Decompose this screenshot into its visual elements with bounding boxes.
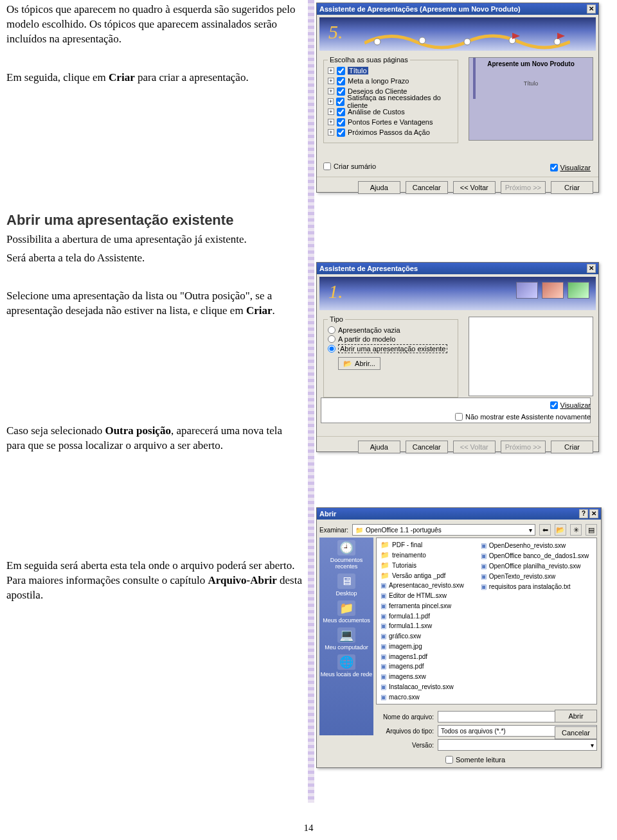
voltar-button[interactable]: << Voltar [453,181,496,194]
close-icon[interactable]: ✕ [589,509,598,518]
wizard-banner: 5. [319,17,596,51]
vertical-separator [308,0,314,803]
file-icon: ▣ [380,653,386,660]
sidebar-item[interactable]: 🌐Meus locais de rede [321,654,373,678]
newfolder-icon[interactable]: ✳ [570,524,582,536]
svg-point-2 [464,39,470,45]
file-row[interactable]: ▣OpenDesenho_revisto.sxw [481,541,589,550]
para-2b: Será aberta a tela do Assistente. [6,251,302,266]
nome-label: Nome do arquivo: [376,713,434,721]
group-label: Tipo [328,315,345,323]
criar-sumario-checkbox[interactable]: Criar sumário [323,162,376,170]
file-row[interactable]: ▣Editor de HTML.sxw [380,591,464,600]
radio-vazia[interactable]: Apresentação vazia [328,326,454,334]
sidebar-item[interactable]: 🖥Desktop [335,573,357,597]
file-icon: ▣ [481,542,487,549]
file-row[interactable]: ▣Apresentacao_revisto.sxw [380,581,464,590]
tree-item[interactable]: +Meta a longo Prazo [328,76,454,86]
somente-leitura-checkbox[interactable]: Somente leitura [445,756,505,764]
file-row[interactable]: ▣OpenTexto_revisto.sxw [481,572,589,581]
file-row[interactable]: ▣imagem.jpg [380,642,464,651]
folder-icon: 📁 [380,572,389,580]
file-row[interactable]: ▣ferramenta pincel.sxw [380,602,464,611]
file-icon: ▣ [380,694,386,701]
file-row[interactable]: 📁treinamento [380,551,464,560]
file-row[interactable]: ▣gráfico.sxw [380,632,464,641]
versao-combo[interactable]: ▾ [438,739,597,751]
titlebar: Assistente de Apresentações ✕ [317,263,598,274]
ajuda-button[interactable]: Ajuda [358,441,400,453]
file-row[interactable]: ▣OpenOffice banco_de_dados1.sxw [481,551,589,560]
criar-button[interactable]: Criar [551,441,593,453]
desktop-icon: 🖥 [337,573,355,589]
titlebar: Abrir ? ✕ [317,508,601,520]
criar-button[interactable]: Criar [551,181,593,194]
examinar-combo[interactable]: 📁OpenOffice 1.1 -português▾ [352,524,535,536]
back-icon[interactable]: ⬅ [539,524,551,536]
step-number: 1. [328,281,343,302]
file-icon: ▣ [380,643,386,650]
file-row[interactable]: ▣formula1.1.sxw [380,622,464,631]
file-row[interactable]: ▣imagens1.pdf [380,652,464,661]
tree-item[interactable]: +Próximos Passos da Ação [328,127,454,137]
recent-docs-icon: 🕘 [337,540,355,556]
up-icon[interactable]: 📂 [555,524,566,536]
file-row[interactable]: 📁PDF - final [380,541,464,550]
help-icon[interactable]: ? [579,509,588,518]
file-list[interactable]: 📁PDF - final📁treinamento📁Tutoriais📁Versã… [376,538,597,704]
abrir-button[interactable]: Abrir [555,710,597,722]
ajuda-button[interactable]: Ajuda [358,181,400,194]
tree-item[interactable]: +Satisfaça as necessidades do cliente [328,96,454,107]
sidebar-item[interactable]: 💻Meu computador [325,627,368,651]
file-row[interactable]: ▣requisitos para instalação.txt [481,582,589,591]
views-icon[interactable]: ▤ [586,524,597,536]
proximo-button: Próximo >> [501,181,546,194]
cancelar-button[interactable]: Cancelar [406,181,448,194]
page-number: 14 [0,823,617,834]
versao-label: Versão: [376,742,434,749]
network-icon: 🌐 [337,654,355,670]
cancelar-button[interactable]: Cancelar [406,441,448,453]
close-icon[interactable]: ✕ [587,4,596,13]
file-row[interactable]: 📁Versão antiga _pdf [380,571,464,580]
file-icon: ▣ [481,563,487,570]
examinar-label: Examinar: [319,527,348,534]
template-thumb-icon [568,282,589,299]
svg-point-5 [554,39,560,45]
cancelar-button[interactable]: Cancelar [555,726,597,739]
file-row[interactable]: ▣formula1.1.pdf [380,611,464,620]
wizard-banner: 1. [319,277,596,310]
file-row[interactable]: ▣OpenOffice planilha_revisto.sxw [481,561,589,570]
svg-point-1 [419,37,425,44]
para-1b: Em seguida, clique em Criar para criar a… [6,71,302,85]
file-row[interactable]: ▣Instalacao_revisto.sxw [380,683,464,692]
wizard-step1-dialog: Assistente de Apresentações ✕ 1. Tipo Ap… [316,262,599,452]
file-icon: ▣ [380,613,386,620]
file-icon: ▣ [380,622,386,629]
file-row[interactable]: ▣imagens.pdf [380,662,464,671]
mycomputer-icon: 💻 [337,627,355,643]
radio-modelo[interactable]: A partir do modelo [328,335,454,343]
template-thumb-icon [516,282,538,299]
file-icon: ▣ [380,592,386,599]
title-text: Assistente de Apresentações [319,265,418,272]
nao-mostrar-checkbox[interactable]: Não mostrar este Assistente novamente [455,413,591,421]
wizard-progress-icon [364,30,570,49]
abrir-button[interactable]: Abrir... [338,357,380,370]
tree-item[interactable]: +Título [328,66,454,76]
sidebar-item[interactable]: 🕘Documentos recentes [319,540,373,570]
close-icon[interactable]: ✕ [587,264,596,273]
preview-empty [469,317,593,396]
file-row[interactable]: ▣macro.sxw [380,692,464,701]
radio-abrir[interactable]: Abrir uma apresentação existente [328,344,454,353]
tree-item[interactable]: +Pontos Fortes e Vantagens [328,117,454,127]
voltar-button: << Voltar [453,441,496,453]
sidebar-item[interactable]: 📁Meus documentos [323,600,370,624]
folder-icon: 📁 [380,551,389,559]
title-text: Abrir [319,510,336,518]
visualizar-checkbox[interactable]: Visualizar [550,401,591,409]
title-text: Assistente de Apresentações (Apresente u… [319,5,521,13]
visualizar-checkbox[interactable]: Visualizar [550,164,591,171]
file-row[interactable]: 📁Tutoriais [380,561,464,570]
file-row[interactable]: ▣imagens.sxw [380,672,464,681]
